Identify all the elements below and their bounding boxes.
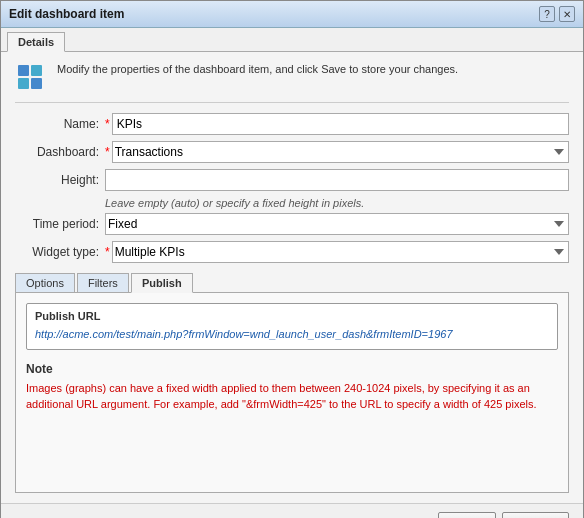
tab-options[interactable]: Options [15, 273, 75, 292]
height-input[interactable] [105, 169, 569, 191]
info-row: Modify the properties of the dashboard i… [15, 62, 569, 103]
close-button[interactable]: ✕ [559, 6, 575, 22]
tab-details[interactable]: Details [7, 32, 65, 52]
timeperiod-row: Time period: Fixed [15, 213, 569, 235]
info-text: Modify the properties of the dashboard i… [57, 62, 458, 77]
dialog-title: Edit dashboard item [9, 7, 124, 21]
name-input[interactable] [112, 113, 569, 135]
dialog: Edit dashboard item ? ✕ Details Modify t… [0, 0, 584, 518]
name-required: * [105, 117, 110, 131]
height-label: Height: [15, 173, 105, 187]
cancel-button[interactable]: Cancel [502, 512, 569, 518]
tab-content: Publish URL http://acme.com/test/main.ph… [15, 293, 569, 493]
height-hint: Leave empty (auto) or specify a fixed he… [105, 197, 569, 209]
name-row: Name: * [15, 113, 569, 135]
title-bar: Edit dashboard item ? ✕ [1, 1, 583, 28]
tab-publish[interactable]: Publish [131, 273, 193, 293]
widgettype-required: * [105, 245, 110, 259]
svg-rect-1 [31, 65, 42, 76]
title-bar-buttons: ? ✕ [539, 6, 575, 22]
help-button[interactable]: ? [539, 6, 555, 22]
main-content: Modify the properties of the dashboard i… [1, 52, 583, 503]
tab-filters[interactable]: Filters [77, 273, 129, 292]
inner-tabs: Options Filters Publish [15, 273, 569, 293]
svg-rect-0 [18, 65, 29, 76]
dashboard-label: Dashboard: [15, 145, 105, 159]
note-title: Note [26, 362, 558, 376]
note-section: Note Images (graphs) can have a fixed wi… [26, 362, 558, 413]
name-label: Name: [15, 117, 105, 131]
dashboard-select[interactable]: Transactions [112, 141, 569, 163]
outer-tabs: Details [1, 28, 583, 52]
note-text: Images (graphs) can have a fixed width a… [26, 380, 558, 413]
publish-url-text: http://acme.com/test/main.php?frmWindow=… [35, 326, 549, 343]
svg-rect-2 [18, 78, 29, 89]
footer: Save Cancel [1, 503, 583, 518]
height-row: Height: [15, 169, 569, 191]
dashboard-row: Dashboard: * Transactions [15, 141, 569, 163]
widgettype-label: Widget type: [15, 245, 105, 259]
widgettype-row: Widget type: * Multiple KPIs [15, 241, 569, 263]
dashboard-icon [15, 62, 47, 94]
save-button[interactable]: Save [438, 512, 495, 518]
dashboard-required: * [105, 145, 110, 159]
timeperiod-label: Time period: [15, 217, 105, 231]
publish-url-title: Publish URL [35, 310, 549, 322]
svg-rect-3 [31, 78, 42, 89]
widgettype-select[interactable]: Multiple KPIs [112, 241, 569, 263]
timeperiod-select[interactable]: Fixed [105, 213, 569, 235]
publish-url-box: Publish URL http://acme.com/test/main.ph… [26, 303, 558, 350]
